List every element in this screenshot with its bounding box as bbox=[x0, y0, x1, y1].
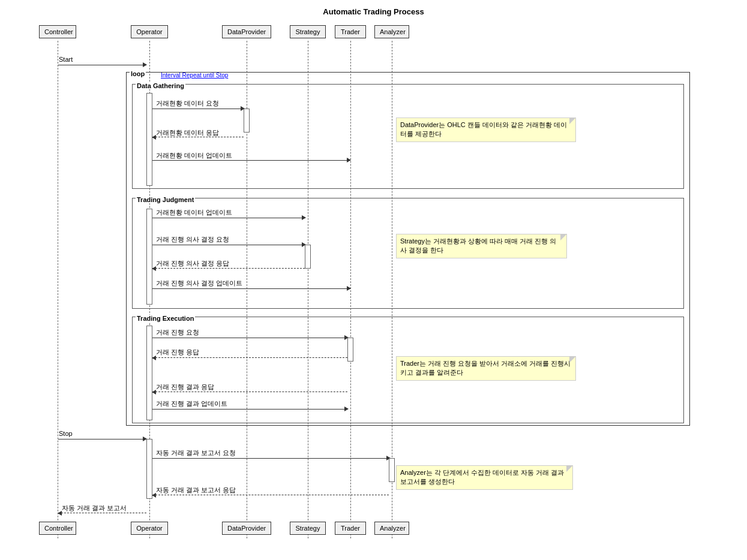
note4: Analyzer는 각 단계에서 수집한 데이터로 자동 거래 결과 보고서를 … bbox=[396, 465, 573, 490]
lifeline-strategy-bot: Strategy bbox=[290, 522, 326, 535]
activation-strategy-tj bbox=[305, 245, 311, 269]
lifeline-dataprovider-top: DataProvider bbox=[222, 25, 271, 38]
trading-execution-label: Trading Execution bbox=[136, 315, 195, 322]
activation-operator-te bbox=[146, 326, 152, 420]
note3: Trader는 거래 진행 요청을 받아서 거래소에 거래를 진행시키고 결과를… bbox=[396, 356, 576, 381]
msg7-arrow bbox=[152, 288, 350, 289]
lifeline-operator-bot: Operator bbox=[131, 522, 168, 535]
lifeline-analyzer-top: Analyzer bbox=[374, 25, 409, 38]
activation-analyzer bbox=[389, 458, 395, 482]
lifeline-trader-bot: Trader bbox=[335, 522, 366, 535]
msg5-label: 거래 진행 의사 결정 요청 bbox=[156, 235, 229, 244]
activation-dp bbox=[244, 109, 250, 133]
activation-operator-tj bbox=[146, 209, 152, 305]
loop-condition: Interval Repeat until Stop bbox=[161, 72, 228, 79]
msg13-arrow bbox=[152, 495, 389, 495]
msg2-arrow bbox=[152, 137, 244, 137]
activation-trader-te bbox=[347, 338, 353, 362]
msg7-label: 거래 진행 의사 결정 업데이트 bbox=[156, 279, 242, 288]
diagram-title: Automatic Trading Process bbox=[0, 0, 747, 21]
activation-operator-stop bbox=[146, 439, 152, 499]
trading-judgment-label: Trading Judgment bbox=[136, 196, 195, 203]
lifeline-dataprovider-bot: DataProvider bbox=[222, 522, 271, 535]
start-arrow bbox=[58, 65, 146, 65]
msg9-arrow bbox=[152, 357, 347, 358]
start-label: Start bbox=[59, 56, 73, 63]
msg10-arrow bbox=[152, 392, 347, 392]
msg1-label: 거래현황 데이터 요청 bbox=[156, 99, 219, 108]
msg12-label: 자동 거래 결과 보고서 요청 bbox=[156, 448, 236, 457]
msg2-label: 거래현황 데이터 응답 bbox=[156, 128, 219, 137]
stop-arrow bbox=[58, 439, 146, 439]
lifeline-controller-top: Controller bbox=[39, 25, 76, 38]
msg4-label: 거래현황 데이터 업데이트 bbox=[156, 208, 232, 217]
msg14-arrow bbox=[58, 513, 146, 513]
lifeline-controller-bot: Controller bbox=[39, 522, 76, 535]
lifeline-strategy-top: Strategy bbox=[290, 25, 326, 38]
diagram-container: Automatic Trading Process Controller Ope… bbox=[0, 0, 747, 560]
msg6-label: 거래 진행 의사 결정 응답 bbox=[156, 259, 229, 268]
stop-label: Stop bbox=[59, 430, 73, 437]
msg3-label: 거래현황 데이터 업데이트 bbox=[156, 151, 232, 160]
msg9-label: 거래 진행 응답 bbox=[156, 348, 199, 357]
data-gathering-label: Data Gathering bbox=[136, 82, 185, 89]
lifeline-analyzer-bot: Analyzer bbox=[374, 522, 409, 535]
lifeline-operator-top: Operator bbox=[131, 25, 168, 38]
loop-label: loop bbox=[130, 70, 146, 77]
msg13-label: 자동 거래 결과 보고서 응답 bbox=[156, 486, 236, 495]
msg8-label: 거래 진행 요청 bbox=[156, 328, 199, 337]
lifeline-trader-top: Trader bbox=[335, 25, 366, 38]
note2: Strategy는 거래현황과 상황에 따라 매매 거래 진행 의사 결정을 한… bbox=[396, 234, 567, 258]
msg11-arrow bbox=[152, 409, 348, 410]
msg10-label: 거래 진행 결과 응답 bbox=[156, 383, 214, 392]
msg4-arrow bbox=[152, 218, 305, 218]
msg8-arrow bbox=[152, 338, 348, 338]
msg11-label: 거래 진행 결과 업데이트 bbox=[156, 399, 227, 408]
msg14-label: 자동 거래 결과 보고서 bbox=[62, 504, 127, 513]
msg12-arrow bbox=[152, 458, 390, 459]
note1: DataProvider는 OHLC 캔들 데이터와 같은 거래현황 데이터를 … bbox=[396, 118, 576, 142]
msg1-arrow bbox=[152, 109, 244, 109]
msg3-arrow bbox=[152, 160, 350, 161]
msg5-arrow bbox=[152, 245, 305, 245]
msg6-arrow bbox=[152, 268, 305, 269]
lifeline-controller-line bbox=[58, 41, 58, 538]
